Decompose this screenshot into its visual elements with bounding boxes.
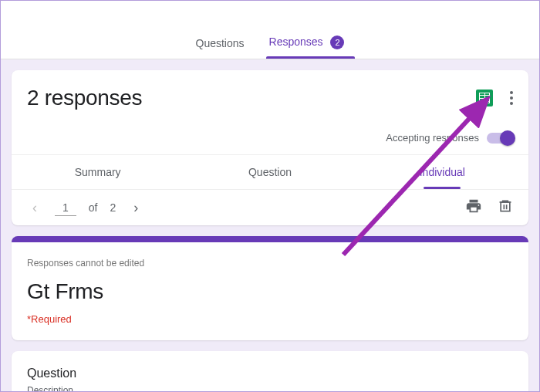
tab-questions[interactable]: Questions [194, 29, 246, 59]
accepting-toggle[interactable] [487, 133, 513, 144]
responses-card: 2 responses Accepting responses Summary … [12, 70, 528, 225]
form-title: Gt Frms [27, 279, 513, 304]
print-icon[interactable] [465, 198, 482, 218]
responses-inner-tabs: Summary Question Individual [12, 154, 528, 189]
pagination-row: ‹ 1 of 2 › [12, 189, 528, 225]
current-response-index[interactable]: 1 [55, 200, 76, 216]
inner-tab-individual[interactable]: Individual [356, 155, 528, 189]
responses-title: 2 responses [27, 86, 142, 110]
svg-rect-0 [501, 202, 510, 211]
header-tabs: Questions Responses 2 [1, 1, 539, 59]
required-label: *Required [27, 313, 513, 325]
edit-notice: Responses cannot be edited [27, 258, 513, 269]
inner-tab-summary[interactable]: Summary [12, 155, 184, 189]
inner-tab-question[interactable]: Question [184, 155, 356, 189]
sheets-icon[interactable] [476, 90, 493, 106]
tab-responses[interactable]: Responses 2 [268, 28, 346, 59]
delete-icon[interactable] [498, 198, 513, 218]
question-description: Description [27, 385, 513, 392]
total-responses: 2 [110, 201, 116, 214]
tab-responses-label: Responses [269, 35, 323, 48]
more-options-button[interactable] [507, 88, 513, 108]
question-card: Question Description [12, 351, 528, 392]
responses-count-badge: 2 [330, 35, 344, 49]
form-header-card: Responses cannot be edited Gt Frms *Requ… [12, 236, 528, 340]
question-title: Question [27, 367, 513, 380]
accepting-responses-label: Accepting responses [386, 132, 479, 144]
prev-response-button[interactable]: ‹ [27, 200, 42, 216]
page-content: 2 responses Accepting responses Summary … [1, 59, 539, 392]
next-response-button[interactable]: › [128, 200, 143, 216]
pagination-of-label: of [89, 201, 98, 214]
